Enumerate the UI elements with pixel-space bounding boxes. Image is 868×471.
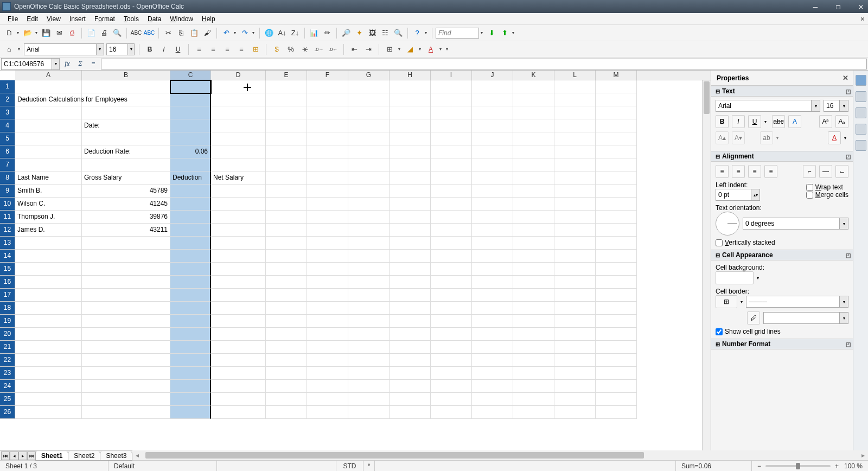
menu-file[interactable]: File	[3, 14, 22, 24]
section-number-format-header[interactable]: ⊞Number Format ◰	[711, 339, 853, 349]
row-header-2[interactable]: 2	[0, 93, 15, 106]
cell-D10[interactable]	[211, 198, 266, 211]
find-overflow[interactable]: ▾	[510, 30, 516, 35]
sb-subscript-icon[interactable]: Aₐ	[835, 115, 848, 128]
row-headers[interactable]: 1234567891011121314151617181920212223242…	[0, 80, 15, 419]
cell-C24[interactable]	[170, 380, 211, 393]
cell-J8[interactable]	[472, 171, 513, 184]
cell-D21[interactable]	[211, 341, 266, 354]
cell-I8[interactable]	[431, 171, 472, 184]
cell-G7[interactable]	[348, 158, 390, 171]
cell-F2[interactable]	[307, 93, 348, 106]
cell-G2[interactable]	[348, 93, 390, 106]
cell-J15[interactable]	[472, 263, 513, 276]
cell-C19[interactable]	[170, 315, 211, 328]
zoom-value[interactable]: 100 %	[844, 462, 863, 470]
cell-G8[interactable]	[348, 171, 390, 184]
font-name-combo[interactable]: ▾	[24, 43, 104, 55]
sb-strike-icon[interactable]: abc	[772, 115, 785, 128]
cell-D18[interactable]	[211, 302, 266, 315]
sb-font-color-icon[interactable]: A	[828, 131, 841, 144]
cell-B21[interactable]	[82, 341, 170, 354]
cell-B20[interactable]	[82, 328, 170, 341]
cell-A6[interactable]	[15, 145, 82, 158]
cell-H16[interactable]	[390, 276, 431, 289]
cell-F6[interactable]	[307, 145, 348, 158]
cell-L13[interactable]	[554, 237, 596, 250]
cells-grid[interactable]: Deduction Calculations for EmployeesDate…	[15, 80, 711, 419]
cell-L12[interactable]	[554, 224, 596, 237]
cell-H11[interactable]	[390, 211, 431, 224]
cell-K18[interactable]	[513, 302, 554, 315]
cell-I2[interactable]	[431, 93, 472, 106]
cell-I15[interactable]	[431, 263, 472, 276]
cell-J25[interactable]	[472, 393, 513, 406]
zoom-out-icon[interactable]: −	[757, 462, 761, 470]
menu-help[interactable]: Help	[197, 14, 220, 24]
cell-bg-dropdown[interactable]: ▾	[757, 276, 759, 281]
cell-M19[interactable]	[596, 315, 637, 328]
cell-bg-picker[interactable]	[716, 271, 754, 284]
cell-D24[interactable]	[211, 380, 266, 393]
cell-A11[interactable]: Thompson J.	[15, 211, 82, 224]
cell-M6[interactable]	[596, 145, 637, 158]
cell-L22[interactable]	[554, 354, 596, 367]
cell-J4[interactable]	[472, 119, 513, 132]
cell-J17[interactable]	[472, 289, 513, 302]
cell-G3[interactable]	[348, 106, 390, 119]
find-dropdown[interactable]: ▾	[479, 30, 484, 35]
cell-A9[interactable]: Smith B.	[15, 184, 82, 198]
align-justify-icon[interactable]: ≡	[235, 43, 247, 55]
cell-E25[interactable]	[266, 393, 307, 406]
cell-A2[interactable]: Deduction Calculations for Employees	[15, 93, 82, 106]
cell-A23[interactable]	[15, 367, 82, 380]
tab-next-icon[interactable]: ▸	[18, 451, 27, 460]
cell-J7[interactable]	[472, 158, 513, 171]
cell-I5[interactable]	[431, 132, 472, 145]
cell-M8[interactable]	[596, 171, 637, 184]
cell-L17[interactable]	[554, 289, 596, 302]
cell-F14[interactable]	[307, 250, 348, 263]
border-preset-picker[interactable]: ⊞	[716, 295, 737, 308]
cell-G13[interactable]	[348, 237, 390, 250]
italic-icon[interactable]: I	[158, 43, 170, 55]
font-size-arrow[interactable]: ▾	[127, 44, 134, 55]
maximize-button[interactable]: ❐	[833, 3, 843, 10]
cell-K7[interactable]	[513, 158, 554, 171]
cell-J26[interactable]	[472, 406, 513, 419]
cell-I26[interactable]	[431, 406, 472, 419]
cell-I6[interactable]	[431, 145, 472, 158]
cell-H26[interactable]	[390, 406, 431, 419]
name-box[interactable]: ▾	[1, 58, 60, 70]
cell-F25[interactable]	[307, 393, 348, 406]
row-header-16[interactable]: 16	[0, 276, 15, 289]
cell-G10[interactable]	[348, 198, 390, 211]
col-header-L[interactable]: L	[554, 71, 596, 80]
cell-C26[interactable]	[170, 406, 211, 419]
cell-E12[interactable]	[266, 224, 307, 237]
cell-E7[interactable]	[266, 158, 307, 171]
cell-C13[interactable]	[170, 237, 211, 250]
cell-L5[interactable]	[554, 132, 596, 145]
cell-F8[interactable]	[307, 171, 348, 184]
percent-icon[interactable]: %	[285, 43, 297, 55]
col-header-H[interactable]: H	[390, 71, 431, 80]
cell-E15[interactable]	[266, 263, 307, 276]
cell-G20[interactable]	[348, 328, 390, 341]
row-header-3[interactable]: 3	[0, 106, 15, 119]
column-headers[interactable]: ABCDEFGHIJKLM	[15, 71, 711, 80]
cell-K21[interactable]	[513, 341, 554, 354]
cell-E2[interactable]	[266, 93, 307, 106]
cell-G24[interactable]	[348, 380, 390, 393]
cell-M15[interactable]	[596, 263, 637, 276]
row-header-12[interactable]: 12	[0, 224, 15, 237]
section-alignment-more-icon[interactable]: ◰	[846, 154, 851, 160]
cell-H8[interactable]	[390, 171, 431, 184]
cell-C23[interactable]	[170, 367, 211, 380]
cell-A16[interactable]	[15, 276, 82, 289]
tab-prev-icon[interactable]: ◂	[10, 451, 18, 460]
cell-J24[interactable]	[472, 380, 513, 393]
pdf-export-icon[interactable]: ⎙	[66, 27, 78, 39]
section-text-header[interactable]: ⊟Text ◰	[711, 86, 853, 97]
zoom-control[interactable]: − + 100 %	[752, 461, 868, 471]
